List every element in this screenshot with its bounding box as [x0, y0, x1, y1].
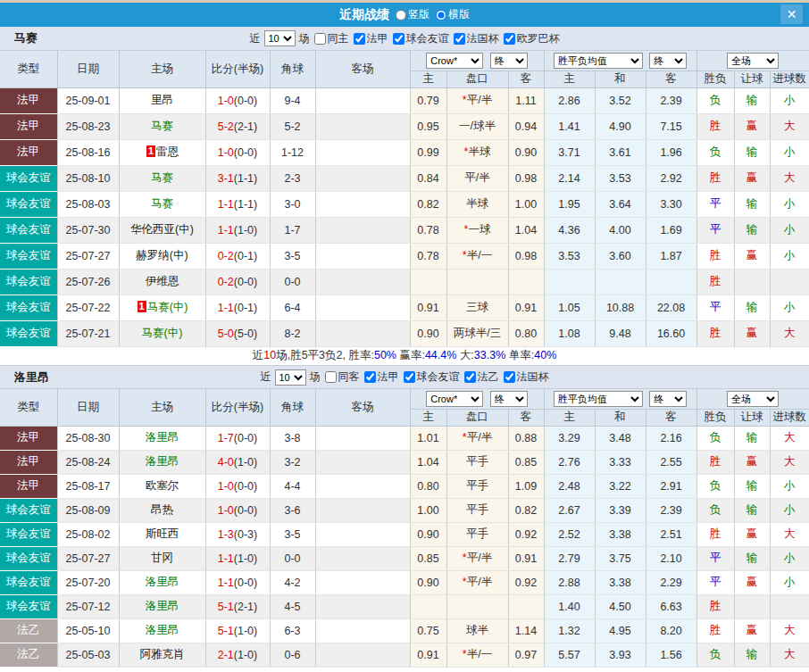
close-icon[interactable]: ✕ — [780, 4, 803, 24]
match-row: 法乙 25-05-03 阿雅克肖 2-1(1-0) 0-6 0.91 *半/一 … — [0, 643, 809, 667]
matches-table-lorient: 类型 日期 主场 比分(半场) 角球 客场 Crow* 终 胜平负均值 终 全场 — [0, 389, 809, 668]
match-row: 球会友谊 25-08-10 马赛 3-1(1-1) 2-3 0.84 平/半 0… — [0, 165, 809, 191]
handicap-result-cell: 赢 — [734, 450, 770, 474]
away-team-cell — [315, 474, 410, 498]
corner-cell: 5-2 — [270, 113, 315, 139]
away-odds-cell: 0.90 — [508, 139, 544, 165]
handicap-result-cell — [734, 594, 770, 618]
col-avg-draw: 和 — [595, 71, 646, 87]
match-row: 球会友谊 25-08-09 昂热 1-0(0-0) 3-6 1.00 平手 0.… — [0, 498, 809, 522]
outcome-cell: 胜 — [696, 113, 734, 139]
goals-result-cell: 大 — [770, 426, 809, 450]
home-odds-cell — [410, 594, 446, 618]
away-odds-cell: 1.09 — [508, 474, 544, 498]
horizontal-radio-input[interactable] — [436, 10, 446, 21]
corner-cell: 3-5 — [270, 243, 315, 269]
league-filter-checkbox[interactable]: 法国杯 — [504, 369, 549, 385]
same-venue-checkbox[interactable]: 同客 — [325, 369, 360, 385]
full-group-header: 全场 — [696, 389, 809, 409]
corner-cell: 4-4 — [270, 474, 315, 498]
avg-final-select[interactable]: 终 — [649, 391, 687, 407]
col-outcome: 胜负 — [696, 71, 734, 87]
odds-source-select[interactable]: Crow* — [426, 53, 483, 69]
avg-draw-cell: 3.93 — [595, 643, 646, 667]
date-cell: 25-08-30 — [57, 426, 119, 450]
avg-home-cell: 1.32 — [544, 618, 595, 643]
odds-final-select[interactable]: 终 — [490, 391, 528, 407]
away-odds-cell: 0.92 — [508, 522, 544, 546]
avg-draw-cell: 3.52 — [595, 87, 646, 113]
avg-source-select[interactable]: 胜平负均值 — [554, 53, 643, 69]
home-team-cell: 洛里昂 — [119, 594, 205, 618]
avg-final-select[interactable]: 终 — [649, 53, 687, 69]
layout-radio-vertical[interactable]: 竖版 — [396, 7, 430, 22]
col-date: 日期 — [57, 389, 119, 426]
col-score: 比分(半场) — [205, 51, 270, 87]
handicap-cell: *平/半 — [446, 546, 508, 570]
avg-away-cell: 2.16 — [646, 426, 696, 450]
away-team-cell — [315, 217, 410, 243]
avg-home-cell: 2.88 — [544, 570, 595, 594]
league-filter-checkbox[interactable]: 法乙 — [464, 369, 499, 385]
date-cell: 25-07-12 — [57, 594, 119, 618]
avg-home-cell: 4.36 — [544, 217, 595, 243]
layout-radio-horizontal[interactable]: 横版 — [436, 7, 470, 22]
league-filter-checkbox[interactable]: 球会友谊 — [393, 31, 449, 46]
col-corner: 角球 — [270, 51, 315, 87]
handicap-result-cell: 赢 — [734, 165, 770, 191]
match-row: 法甲 25-08-24 洛里昂 4-0(1-0) 3-2 1.04 平手 0.8… — [0, 450, 809, 474]
col-date: 日期 — [57, 51, 119, 87]
team-rank-badge: 1 — [138, 301, 146, 312]
goals-result-cell — [770, 269, 809, 295]
games-count-select[interactable]: 10 — [275, 369, 306, 386]
score-cell: 5-0(5-0) — [205, 320, 270, 346]
odds-final-select[interactable]: 终 — [490, 53, 528, 69]
avg-draw-cell: 4.95 — [595, 618, 646, 643]
date-cell: 25-08-23 — [57, 113, 119, 139]
avg-source-select[interactable]: 胜平负均值 — [554, 391, 643, 407]
date-cell: 25-07-27 — [57, 546, 119, 570]
avg-home-cell: 2.14 — [544, 165, 595, 191]
score-cell: 1-7(0-0) — [205, 426, 270, 450]
outcome-cell: 胜 — [696, 522, 734, 546]
full-scope-select[interactable]: 全场 — [727, 391, 779, 407]
games-count-select[interactable]: 10 — [264, 30, 296, 46]
league-filter-checkbox[interactable]: 法甲 — [364, 369, 399, 385]
avg-away-cell: 1.69 — [646, 217, 696, 243]
away-team-cell — [315, 570, 410, 594]
home-team-cell: 甘冈 — [119, 546, 205, 570]
vertical-radio-input[interactable] — [396, 10, 406, 21]
league-filter-checkbox[interactable]: 球会友谊 — [404, 369, 460, 385]
odds-source-select[interactable]: Crow* — [426, 391, 483, 407]
home-team-cell: 阿雅克肖 — [119, 643, 205, 667]
home-team-cell: 洛里昂 — [119, 618, 205, 643]
avg-away-cell: 1.96 — [646, 139, 696, 165]
full-scope-select[interactable]: 全场 — [727, 53, 779, 69]
outcome-cell: 胜 — [696, 269, 734, 295]
match-row: 法甲 25-09-01 里昂 1-0(0-0) 9-4 0.79 *平/半 1.… — [0, 87, 809, 113]
avg-home-cell: 1.08 — [544, 320, 595, 346]
score-cell: 5-1(2-1) — [205, 594, 270, 618]
home-team-cell: 昂热 — [119, 498, 205, 522]
home-odds-cell: 0.91 — [410, 643, 446, 667]
handicap-cell: 两球半/三 — [446, 320, 508, 346]
away-odds-cell: 0.92 — [508, 570, 544, 594]
avg-away-cell: 2.29 — [646, 570, 696, 594]
league-filter-checkbox[interactable]: 法甲 — [354, 31, 388, 46]
league-filter-checkbox[interactable]: 法国杯 — [454, 31, 499, 46]
league-filter-checkbox[interactable]: 欧罗巴杯 — [504, 31, 560, 46]
league-type-cell: 球会友谊 — [0, 320, 57, 346]
score-cell: 1-1(0-0) — [205, 570, 270, 594]
col-type: 类型 — [0, 51, 57, 87]
match-row: 球会友谊 25-07-12 洛里昂 5-1(2-1) 4-5 1.40 4.50… — [0, 594, 809, 618]
score-cell: 1-0(0-0) — [205, 474, 270, 498]
corner-cell: 0-0 — [270, 546, 315, 570]
avg-away-cell: 2.39 — [646, 498, 696, 522]
match-row: 法甲 25-08-17 欧塞尔 1-0(0-0) 4-4 0.80 平手 1.0… — [0, 474, 809, 498]
same-venue-checkbox[interactable]: 同主 — [314, 31, 349, 46]
date-cell: 25-05-10 — [57, 618, 119, 643]
filter-bar: 近 10 场 同主 法甲 球会友谊 法国杯 欧罗巴杯 — [250, 30, 560, 46]
goals-result-cell: 大 — [770, 320, 809, 346]
handicap-result-cell: 输 — [734, 295, 770, 320]
goals-result-cell: 大 — [770, 522, 809, 546]
